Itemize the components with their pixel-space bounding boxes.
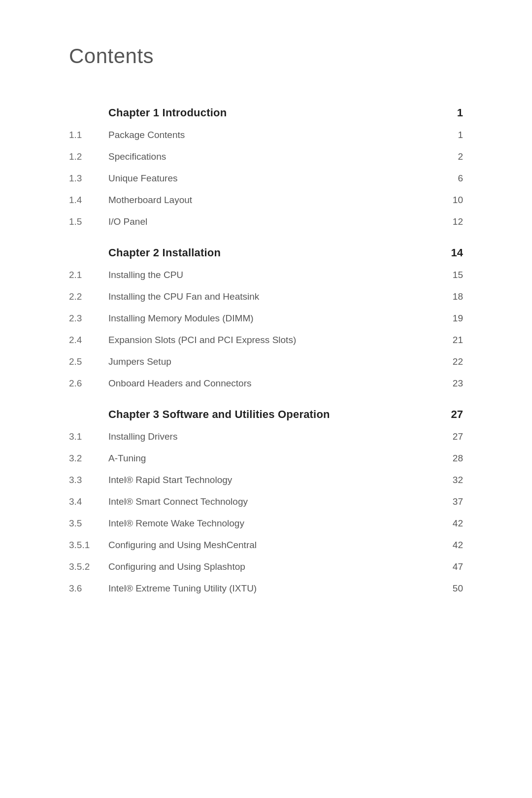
section-row-ch2-5: 2.5Jumpers Setup22 <box>69 351 463 373</box>
section-num-ch1-3: 1.3 <box>69 168 108 189</box>
section-page-ch1-4: 10 <box>433 189 463 211</box>
section-page-ch3-7: 47 <box>433 556 463 578</box>
chapter-row-2: Chapter 2 Installation14 <box>69 233 463 264</box>
section-row-ch3-2: 3.2A-Tuning28 <box>69 448 463 469</box>
section-row-ch1-3: 1.3Unique Features6 <box>69 168 463 189</box>
section-row-ch2-3: 2.3Installing Memory Modules (DIMM)19 <box>69 308 463 329</box>
section-page-ch3-1: 27 <box>433 426 463 448</box>
chapter-row-1: Chapter 1 Introduction1 <box>69 93 463 124</box>
section-title-ch3-8: Intel® Extreme Tuning Utility (IXTU) <box>108 578 433 599</box>
section-row-ch2-4: 2.4Expansion Slots (PCI and PCI Express … <box>69 329 463 351</box>
chapter-label-2: Chapter 2 Installation <box>108 233 433 264</box>
section-title-ch3-1: Installing Drivers <box>108 426 433 448</box>
section-row-ch2-2: 2.2Installing the CPU Fan and Heatsink18 <box>69 286 463 308</box>
section-row-ch1-2: 1.2Specifications2 <box>69 146 463 168</box>
section-title-ch3-3: Intel® Rapid Start Technology <box>108 469 433 491</box>
section-page-ch3-3: 32 <box>433 469 463 491</box>
section-num-ch3-8: 3.6 <box>69 578 108 599</box>
section-row-ch3-1: 3.1Installing Drivers27 <box>69 426 463 448</box>
section-num-ch3-5: 3.5 <box>69 513 108 534</box>
section-title-ch1-1: Package Contents <box>108 124 433 146</box>
section-num-ch3-3: 3.3 <box>69 469 108 491</box>
chapter-page-1: 1 <box>433 93 463 124</box>
section-title-ch2-2: Installing the CPU Fan and Heatsink <box>108 286 433 308</box>
chapter-page-2: 14 <box>433 233 463 264</box>
section-row-ch2-6: 2.6Onboard Headers and Connectors23 <box>69 373 463 394</box>
section-page-ch1-1: 1 <box>433 124 463 146</box>
chapter-row-3: Chapter 3 Software and Utilities Operati… <box>69 394 463 426</box>
section-page-ch2-4: 21 <box>433 329 463 351</box>
section-row-ch3-4: 3.4Intel® Smart Connect Technology37 <box>69 491 463 513</box>
section-row-ch1-1: 1.1Package Contents1 <box>69 124 463 146</box>
section-num-ch3-7: 3.5.2 <box>69 556 108 578</box>
section-title-ch3-4: Intel® Smart Connect Technology <box>108 491 433 513</box>
chapter-page-3: 27 <box>433 394 463 426</box>
section-title-ch1-2: Specifications <box>108 146 433 168</box>
section-title-ch3-5: Intel® Remote Wake Technology <box>108 513 433 534</box>
section-num-ch3-4: 3.4 <box>69 491 108 513</box>
section-row-ch3-8: 3.6Intel® Extreme Tuning Utility (IXTU)5… <box>69 578 463 599</box>
chapter-label-1: Chapter 1 Introduction <box>108 93 433 124</box>
chapter-num-spacer <box>69 233 108 264</box>
section-row-ch1-5: 1.5I/O Panel12 <box>69 211 463 233</box>
section-page-ch3-2: 28 <box>433 448 463 469</box>
section-num-ch2-6: 2.6 <box>69 373 108 394</box>
section-page-ch3-6: 42 <box>433 534 463 556</box>
section-title-ch3-6: Configuring and Using MeshCentral <box>108 534 433 556</box>
section-page-ch1-3: 6 <box>433 168 463 189</box>
section-num-ch2-5: 2.5 <box>69 351 108 373</box>
section-page-ch1-2: 2 <box>433 146 463 168</box>
section-title-ch2-6: Onboard Headers and Connectors <box>108 373 433 394</box>
section-title-ch3-2: A-Tuning <box>108 448 433 469</box>
section-num-ch2-4: 2.4 <box>69 329 108 351</box>
section-num-ch3-1: 3.1 <box>69 426 108 448</box>
section-title-ch1-3: Unique Features <box>108 168 433 189</box>
section-row-ch1-4: 1.4Motherboard Layout10 <box>69 189 463 211</box>
chapter-num-spacer <box>69 394 108 426</box>
section-page-ch2-6: 23 <box>433 373 463 394</box>
section-num-ch3-2: 3.2 <box>69 448 108 469</box>
section-num-ch1-1: 1.1 <box>69 124 108 146</box>
section-num-ch1-4: 1.4 <box>69 189 108 211</box>
section-row-ch3-3: 3.3Intel® Rapid Start Technology32 <box>69 469 463 491</box>
section-row-ch2-1: 2.1Installing the CPU15 <box>69 264 463 286</box>
section-page-ch1-5: 12 <box>433 211 463 233</box>
section-page-ch3-4: 37 <box>433 491 463 513</box>
page-container: Contents Chapter 1 Introduction11.1Packa… <box>0 0 532 644</box>
section-title-ch1-4: Motherboard Layout <box>108 189 433 211</box>
section-title-ch2-4: Expansion Slots (PCI and PCI Express Slo… <box>108 329 433 351</box>
section-num-ch2-3: 2.3 <box>69 308 108 329</box>
section-page-ch2-1: 15 <box>433 264 463 286</box>
section-title-ch2-5: Jumpers Setup <box>108 351 433 373</box>
section-num-ch1-2: 1.2 <box>69 146 108 168</box>
section-num-ch2-1: 2.1 <box>69 264 108 286</box>
section-row-ch3-5: 3.5Intel® Remote Wake Technology42 <box>69 513 463 534</box>
section-row-ch3-7: 3.5.2Configuring and Using Splashtop47 <box>69 556 463 578</box>
chapter-label-3: Chapter 3 Software and Utilities Operati… <box>108 394 433 426</box>
section-page-ch2-2: 18 <box>433 286 463 308</box>
section-num-ch1-5: 1.5 <box>69 211 108 233</box>
section-row-ch3-6: 3.5.1Configuring and Using MeshCentral42 <box>69 534 463 556</box>
chapter-num-spacer <box>69 93 108 124</box>
section-num-ch3-6: 3.5.1 <box>69 534 108 556</box>
section-title-ch3-7: Configuring and Using Splashtop <box>108 556 433 578</box>
section-page-ch3-8: 50 <box>433 578 463 599</box>
section-num-ch2-2: 2.2 <box>69 286 108 308</box>
toc-table: Chapter 1 Introduction11.1Package Conten… <box>69 93 463 599</box>
page-title: Contents <box>69 44 463 68</box>
section-title-ch2-1: Installing the CPU <box>108 264 433 286</box>
section-page-ch2-5: 22 <box>433 351 463 373</box>
section-page-ch3-5: 42 <box>433 513 463 534</box>
section-page-ch2-3: 19 <box>433 308 463 329</box>
section-title-ch2-3: Installing Memory Modules (DIMM) <box>108 308 433 329</box>
section-title-ch1-5: I/O Panel <box>108 211 433 233</box>
